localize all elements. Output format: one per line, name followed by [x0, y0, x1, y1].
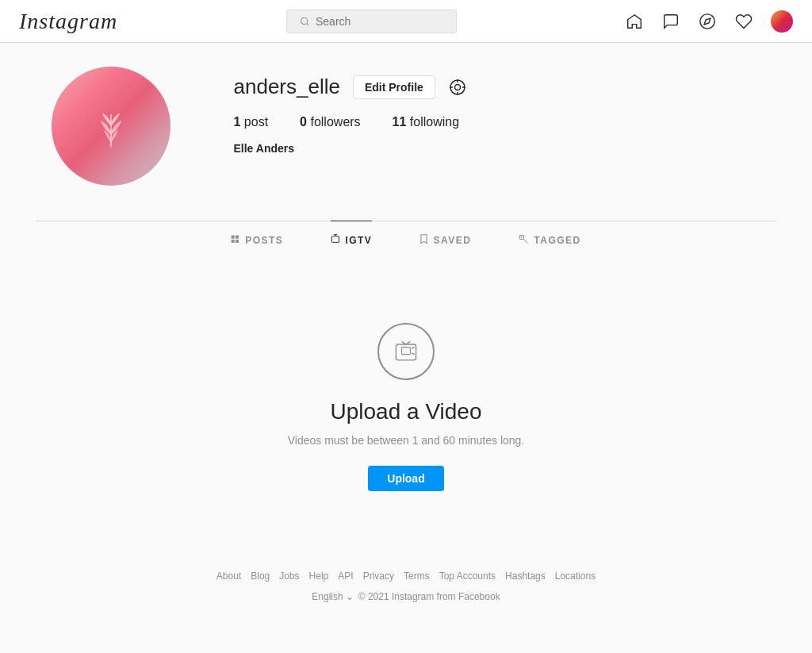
avatar-plant-icon [87, 102, 135, 150]
explore-icon[interactable] [698, 12, 717, 31]
tab-saved[interactable]: SAVED [419, 221, 471, 259]
user-avatar-nav[interactable] [771, 10, 793, 33]
svg-point-17 [521, 236, 522, 237]
profile-info: anders_elle Edit Profile 1 [234, 67, 761, 155]
igtv-upload-icon [377, 323, 435, 380]
heart-icon[interactable] [734, 12, 753, 31]
tab-posts[interactable]: POSTS [231, 221, 283, 259]
following-label-text: following [410, 115, 459, 129]
footer-link-api[interactable]: API [338, 570, 353, 582]
igtv-upload-section: Upload a Video Videos must be between 1 … [0, 259, 812, 539]
footer-link-blog[interactable]: Blog [251, 570, 270, 582]
following-stat[interactable]: 11 following [393, 115, 460, 129]
upload-subtitle: Videos must be between 1 and 60 minutes … [288, 434, 525, 447]
svg-rect-18 [396, 344, 416, 360]
followers-label-text: followers [310, 115, 360, 129]
settings-icon[interactable] [448, 78, 467, 97]
upload-title: Upload a Video [331, 399, 482, 424]
tabs-nav: POSTS IGTV SAVED [52, 221, 761, 259]
profile-top-row: anders_elle Edit Profile [234, 75, 761, 99]
instagram-logo[interactable]: Instagram [19, 9, 117, 34]
profile-avatar-wrap [52, 67, 170, 186]
tab-tagged[interactable]: TAGGED [519, 221, 580, 259]
grid-icon [231, 234, 240, 247]
tab-igtv-label: IGTV [345, 235, 372, 246]
profile-avatar[interactable] [52, 67, 170, 186]
footer-link-privacy[interactable]: Privacy [363, 570, 394, 582]
messenger-icon[interactable] [661, 12, 680, 31]
followers-stat[interactable]: 0 followers [300, 115, 361, 129]
profile-header: anders_elle Edit Profile 1 [52, 67, 761, 186]
search-icon [300, 16, 309, 27]
bookmark-icon [419, 234, 428, 247]
language-selector[interactable]: English ⌄ [312, 591, 353, 602]
svg-point-2 [700, 13, 714, 28]
igtv-tv-icon [392, 337, 420, 366]
footer-link-hashtags[interactable]: Hashtags [505, 570, 546, 582]
profile-username: anders_elle [234, 75, 340, 99]
profile-full-name: Elle Anders [234, 142, 761, 155]
footer-link-locations[interactable]: Locations [555, 570, 596, 582]
igtv-tab-icon [331, 234, 340, 247]
footer: About Blog Jobs Help API Privacy Terms T… [0, 539, 812, 618]
tab-posts-label: POSTS [245, 235, 283, 246]
footer-link-jobs[interactable]: Jobs [279, 570, 299, 582]
posts-label-text: post [244, 115, 268, 129]
home-icon[interactable] [625, 12, 644, 31]
tab-tagged-label: TAGGED [534, 235, 580, 246]
header-nav [625, 10, 793, 33]
footer-link-terms[interactable]: Terms [404, 570, 430, 582]
svg-rect-11 [232, 236, 235, 239]
footer-links: About Blog Jobs Help API Privacy Terms T… [16, 570, 796, 582]
followers-count: 0 [300, 115, 307, 129]
svg-line-21 [412, 353, 415, 355]
search-input[interactable] [316, 15, 443, 28]
chevron-down-icon: ⌄ [346, 591, 354, 602]
svg-point-6 [454, 84, 460, 90]
svg-point-0 [301, 17, 307, 24]
language-label: English [312, 591, 343, 602]
posts-stat[interactable]: 1 post [234, 115, 269, 129]
svg-rect-15 [332, 236, 339, 243]
posts-count: 1 [234, 115, 241, 129]
profile-stats: 1 post 0 followers 11 following [234, 115, 761, 129]
footer-link-about[interactable]: About [216, 570, 241, 582]
svg-marker-3 [704, 18, 710, 25]
tab-igtv[interactable]: IGTV [331, 221, 372, 259]
footer-link-top-accounts[interactable]: Top Accounts [439, 570, 496, 582]
svg-rect-14 [236, 240, 239, 243]
following-count: 11 [393, 115, 407, 129]
header: Instagram [0, 0, 812, 43]
footer-copyright: © 2021 Instagram from Facebook [358, 591, 500, 602]
svg-rect-19 [402, 348, 411, 355]
svg-line-1 [306, 23, 308, 25]
upload-button[interactable]: Upload [368, 466, 443, 491]
profile-container: anders_elle Edit Profile 1 [36, 43, 777, 259]
footer-link-help[interactable]: Help [309, 570, 329, 582]
tag-icon [519, 234, 529, 247]
svg-rect-13 [232, 240, 235, 243]
search-bar [286, 10, 457, 33]
svg-rect-12 [236, 236, 239, 239]
svg-line-20 [412, 348, 415, 349]
tab-saved-label: SAVED [433, 235, 471, 246]
footer-bottom: English ⌄ © 2021 Instagram from Facebook [16, 591, 796, 602]
edit-profile-button[interactable]: Edit Profile [353, 75, 435, 99]
